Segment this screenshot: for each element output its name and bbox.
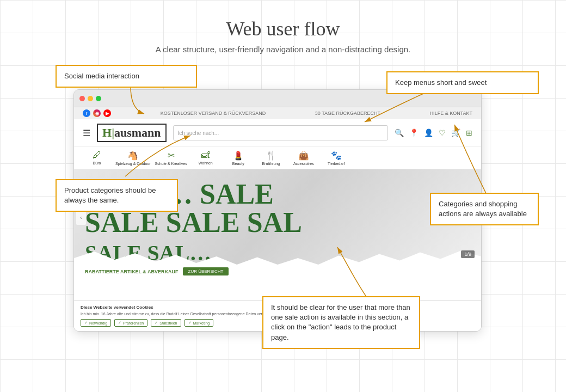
cart-icon: 🛒 <box>451 128 460 138</box>
cookie-btn-statistiken[interactable]: Statistiken <box>151 319 181 327</box>
cat-item-accessoires: 👜 Accessoires <box>290 150 318 166</box>
page-subtitle: A clear structure, user-friendly navigat… <box>0 45 566 54</box>
site-topbar: f ◉ ▶ KOSTENLOSER VERSAND & RÜCKVERSAND … <box>74 107 481 119</box>
dot-red <box>79 96 85 101</box>
cat-item-tierbedarf: 🐾 Tierbedarf <box>322 150 350 166</box>
social-media-annotation: Social media interaction <box>56 65 197 88</box>
diagram-area: Social media interaction Keep menus shor… <box>22 59 544 370</box>
heart-icon: ♡ <box>439 128 446 138</box>
hamburger-icon: ☰ <box>83 128 90 138</box>
menu-icon: ⊞ <box>466 128 472 138</box>
logo-separator: | <box>112 126 114 139</box>
cat-item-spielzeug: 🐴 Spielzeug & Outdoor <box>115 150 151 166</box>
sale-subtitle-bar: RABATTIERTE ARTIKEL & ABVERKAUF ZUR ÜBER… <box>74 265 481 278</box>
hero-pagination: 1/9 <box>461 250 475 258</box>
nav-icons: 🔍 📍 👤 ♡ 🛒 ⊞ <box>395 128 472 138</box>
sale-action-annotation: It should be clear for the user that mor… <box>262 296 420 349</box>
topbar-right3: HILFE & KONTAKT <box>430 111 472 116</box>
zur-ubersicht-button[interactable]: ZUR ÜBERSICHT <box>183 267 229 275</box>
youtube-icon: ▶ <box>103 109 111 117</box>
location-icon: 📍 <box>409 128 419 138</box>
page-title: Web user flow <box>0 17 566 40</box>
social-icons: f ◉ ▶ <box>83 109 111 117</box>
site-logo: H|ausmann <box>97 124 167 142</box>
category-nav: 🖊 Büro 🐴 Spielzeug & Outdoor ✂ Schule & … <box>74 146 481 169</box>
cat-item-ernahrung: 🍴 Ernährung <box>257 150 285 166</box>
cat-item-buro: 🖊 Büro <box>83 150 111 166</box>
search-icon: 🔍 <box>395 128 404 138</box>
categories-shopping-annotation: Categories and shopping actions are alwa… <box>430 193 539 225</box>
topbar-center: KOSTENLOSER VERSAND & RÜCKVERSAND <box>161 111 266 116</box>
product-categories-annotation: Product categories should be always the … <box>56 179 178 212</box>
cookie-btn-praferenzen[interactable]: Präferenzen <box>114 319 147 327</box>
dot-yellow <box>88 96 93 101</box>
topbar-right2: 30 TAGE RÜCKGABERECHT <box>315 111 380 116</box>
cookie-btn-notwendig[interactable]: Notwendig <box>81 319 111 327</box>
cookie-btn-marketing[interactable]: Marketing <box>184 319 214 327</box>
keep-menus-annotation: Keep menus short and sweet <box>386 71 539 94</box>
browser-dots <box>79 96 101 101</box>
cat-item-beauty: 💄 Beauty <box>224 150 253 166</box>
main-nav: ☰ H|ausmann Ich suche nach... 🔍 📍 👤 ♡ 🛒 … <box>74 119 481 146</box>
cat-item-schule: ✂ Schule & Kreatives <box>155 150 187 166</box>
cat-item-wohnen: 🛋 Wohnen <box>192 150 220 166</box>
search-bar[interactable]: Ich suche nach... <box>173 125 388 140</box>
facebook-icon: f <box>83 109 90 117</box>
user-icon: 👤 <box>424 128 433 138</box>
dot-green <box>96 96 101 101</box>
instagram-icon: ◉ <box>93 109 101 117</box>
